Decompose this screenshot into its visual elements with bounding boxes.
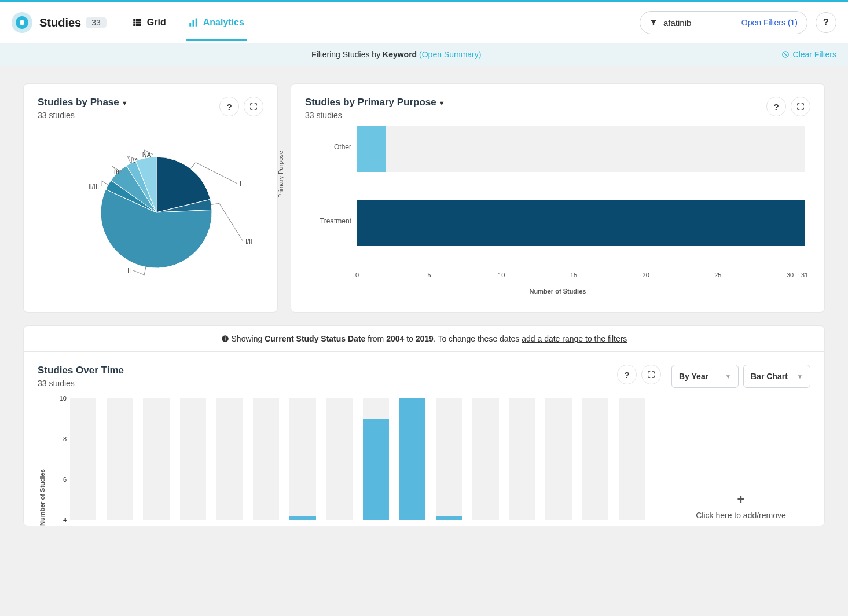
phase-pie-chart[interactable]: II/IIIIII/IIIIIIIVNA	[46, 126, 255, 276]
svg-line-11	[783, 53, 787, 57]
add-date-range-link[interactable]: add a date range to the filters	[522, 334, 627, 343]
card-time-title: Studies Over Time	[38, 365, 124, 376]
svg-rect-21	[225, 337, 225, 338]
time-bar-chart[interactable]: Number of Studies 46810	[38, 398, 661, 526]
filter-keyword: afatinib	[663, 18, 691, 28]
plus-icon: +	[737, 492, 745, 507]
svg-text:II: II	[127, 267, 131, 274]
svg-rect-9	[195, 18, 197, 26]
analytics-icon	[188, 17, 199, 28]
card-purpose-sub: 33 studies	[305, 111, 445, 120]
date-note-banner: Showing Current Study Status Date from 2…	[23, 325, 825, 352]
purpose-xlabel: Number of Studies	[305, 288, 810, 295]
filter-summary-bar: Filtering Studies by Keyword (Open Summa…	[0, 43, 848, 66]
svg-text:I: I	[240, 180, 241, 187]
app-header: Studies 33 Grid Analytics afatinib Open …	[0, 2, 848, 43]
filterbar-strong: Keyword	[383, 50, 417, 59]
add-remove-button[interactable]: + Click here to add/remove	[671, 394, 810, 526]
logo-icon	[16, 16, 28, 29]
time-side-panel: By Year▼ Bar Chart▼ + Click here to add/…	[671, 365, 810, 526]
clear-filters-label: Clear Filters	[793, 50, 836, 59]
chevron-down-icon: ▼	[797, 373, 803, 380]
purpose-bar-chart[interactable]: Primary Purpose OtherTreatment 051015202…	[305, 120, 810, 299]
svg-text:IV: IV	[131, 157, 137, 164]
svg-rect-8	[192, 20, 194, 26]
card-time-sub: 33 studies	[38, 379, 124, 388]
info-icon	[221, 335, 229, 343]
time-help-button[interactable]: ?	[617, 365, 637, 384]
tab-analytics[interactable]: Analytics	[186, 5, 247, 41]
clear-icon	[781, 50, 790, 58]
purpose-ylabel: Primary Purpose	[277, 151, 284, 198]
tab-grid-label: Grid	[147, 17, 166, 28]
tab-analytics-label: Analytics	[203, 17, 244, 28]
card-purpose-title[interactable]: Studies by Primary Purpose▼	[305, 97, 445, 108]
svg-text:III: III	[114, 168, 119, 175]
card-phase-title[interactable]: Studies by Phase▼	[38, 97, 128, 108]
purpose-help-button[interactable]: ?	[766, 97, 786, 116]
select-chart-type[interactable]: Bar Chart▼	[743, 365, 810, 388]
page-title: Studies	[39, 16, 81, 30]
grid-icon	[132, 17, 142, 28]
phase-expand-button[interactable]	[244, 97, 263, 116]
expand-icon	[249, 102, 258, 111]
svg-rect-7	[189, 23, 191, 27]
svg-rect-2	[133, 21, 135, 23]
expand-icon	[796, 102, 805, 111]
svg-text:II/III: II/III	[89, 183, 99, 190]
page-count-badge: 33	[86, 17, 107, 28]
svg-rect-4	[136, 19, 141, 21]
svg-text:I/II: I/II	[245, 238, 252, 245]
app-logo	[12, 12, 32, 33]
svg-rect-20	[225, 338, 225, 341]
add-remove-label: Click here to add/remove	[696, 511, 786, 520]
card-time: Studies Over Time 33 studies ? Number of…	[38, 365, 661, 526]
clear-filters-button[interactable]: Clear Filters	[781, 50, 836, 59]
tab-grid[interactable]: Grid	[130, 5, 168, 41]
time-ylabel: Number of Studies	[39, 469, 46, 526]
filter-pill[interactable]: afatinib Open Filters (1)	[640, 11, 807, 34]
card-phase-sub: 33 studies	[38, 111, 128, 120]
open-filters-link[interactable]: Open Filters (1)	[741, 18, 798, 27]
phase-help-button[interactable]: ?	[219, 97, 239, 116]
select-by-year[interactable]: By Year▼	[671, 365, 739, 388]
time-expand-button[interactable]	[641, 365, 661, 384]
svg-text:NA: NA	[142, 151, 152, 158]
svg-rect-3	[133, 24, 135, 26]
help-button[interactable]: ?	[816, 12, 836, 33]
open-summary-link[interactable]: (Open Summary)	[419, 50, 481, 59]
purpose-expand-button[interactable]	[791, 97, 810, 116]
card-purpose: Studies by Primary Purpose▼ 33 studies ?…	[291, 83, 825, 313]
filter-icon	[649, 19, 658, 27]
card-phase: Studies by Phase▼ 33 studies ? II/IIIIII…	[23, 83, 278, 313]
svg-rect-0	[20, 20, 24, 25]
expand-icon	[647, 371, 655, 379]
svg-rect-1	[133, 19, 135, 21]
chevron-down-icon: ▼	[725, 373, 731, 380]
filterbar-prefix: Filtering Studies by	[311, 50, 383, 59]
view-tabs: Grid Analytics	[130, 5, 247, 41]
svg-rect-5	[136, 21, 141, 23]
chevron-down-icon: ▼	[122, 100, 128, 107]
svg-rect-6	[136, 24, 141, 26]
chevron-down-icon: ▼	[439, 100, 445, 107]
